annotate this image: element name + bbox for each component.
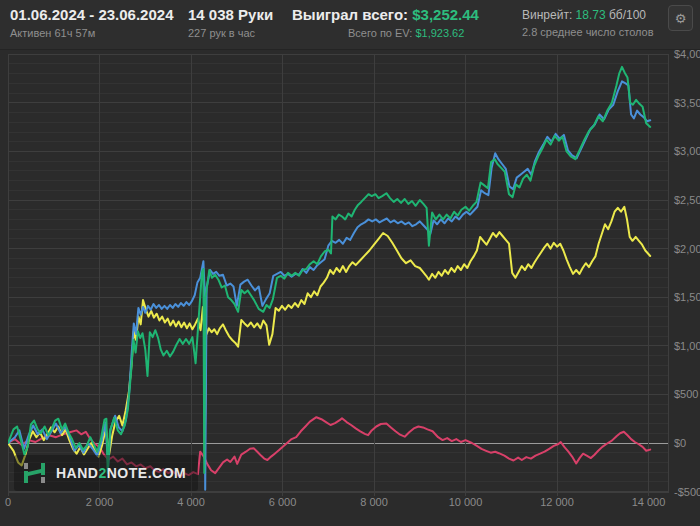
x-axis-label: 4 000 <box>177 496 205 508</box>
period-title: 01.06.2024 - 23.06.2024 <box>10 6 173 23</box>
y-axis-label: $1,000 <box>674 340 700 352</box>
winrate-label: Винрейт: <box>522 8 576 22</box>
total-won-value: $3,252.44 <box>412 6 479 23</box>
hand2note-logo-text: HAND2NOTE.COM <box>56 465 186 481</box>
hands-per-hour: 227 рук в час <box>188 27 255 39</box>
settings-button[interactable]: ⚙ <box>668 5 693 31</box>
y-axis-label: $0 <box>674 437 686 449</box>
winrate-units: бб/100 <box>606 8 646 22</box>
logo-part-hand: HAND <box>56 465 98 481</box>
hand2note-results-window: 01.06.2024 - 23.06.2024 Активен 61ч 57м … <box>0 0 700 526</box>
active-time: Активен 61ч 57м <box>10 27 95 39</box>
gear-icon: ⚙ <box>675 11 687 26</box>
y-axis-label: $1,500 <box>674 291 700 303</box>
x-axis-label: 2 000 <box>86 496 114 508</box>
y-axis-label: -$500 <box>674 486 700 498</box>
y-axis-label: $4,000 <box>674 50 700 60</box>
avg-tables: 2.8 среднее число столов <box>522 26 654 38</box>
x-axis-label: 0 <box>5 496 11 508</box>
x-axis-label: 6 000 <box>269 496 297 508</box>
y-axis-label: $500 <box>674 388 698 400</box>
x-axis-label: 14 000 <box>632 496 666 508</box>
y-axis-label: $2,500 <box>674 194 700 206</box>
stats-header: 01.06.2024 - 23.06.2024 Активен 61ч 57м … <box>0 0 700 50</box>
total-ev-label: Всего по EV: <box>348 27 415 39</box>
winrate-line: Винрейт: 18.73 бб/100 <box>522 8 646 22</box>
total-won-line: Выиграл всего: $3,252.44 <box>292 6 479 23</box>
hands-count: 14 038 Руки <box>188 6 273 23</box>
total-ev-line: Всего по EV: $1,923.62 <box>348 27 464 39</box>
x-axis-label: 10 000 <box>449 496 483 508</box>
y-axis-label: $3,500 <box>674 97 700 109</box>
hand2note-logo-icon <box>22 460 48 486</box>
logo-part-note: NOTE.COM <box>107 465 186 481</box>
y-axis-label: $3,000 <box>674 145 700 157</box>
winrate-value: 18.73 <box>576 8 606 22</box>
hand2note-logo[interactable]: HAND2NOTE.COM <box>14 455 198 491</box>
y-axis-label: $2,000 <box>674 243 700 255</box>
x-axis-label: 12 000 <box>540 496 574 508</box>
logo-part-2: 2 <box>98 465 106 481</box>
total-ev-value: $1,923.62 <box>415 27 464 39</box>
total-won-label: Выиграл всего: <box>292 6 412 23</box>
x-axis-label: 8 000 <box>360 496 388 508</box>
series-blue_line <box>8 81 650 489</box>
